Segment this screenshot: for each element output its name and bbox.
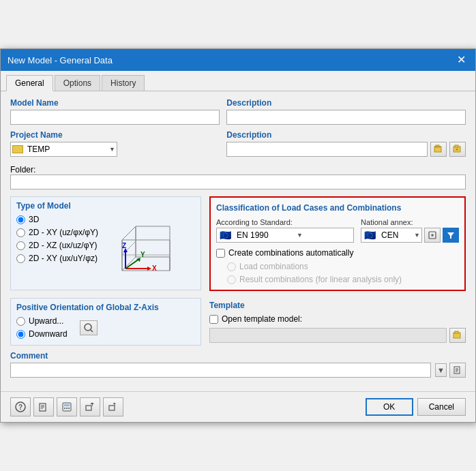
radio-2d-xy2[interactable]: 2D - XY (ux/uY/φz): [16, 254, 98, 263]
project-name-row: Project Name TEMP ▼ Description: [10, 130, 466, 159]
project-name-label: Project Name: [10, 130, 220, 140]
standard-label: According to Standard:: [216, 218, 354, 226]
footer: ? OK Cancel: [1, 391, 475, 422]
svg-rect-48: [64, 404, 70, 406]
load-combinations-label: Load combinations: [239, 262, 308, 271]
classification-section: Classification of Load Cases and Combina…: [209, 196, 466, 291]
radio-2d-xy[interactable]: 2D - XY (uz/φx/φY): [16, 228, 98, 237]
export-btn[interactable]: [80, 397, 100, 416]
result-combinations-label: Result combinations (for linear analysis…: [239, 275, 402, 284]
folder-label: Folder:: [10, 165, 35, 174]
type-of-model-label: Type of Model: [16, 201, 195, 211]
dialog-content: Model Name Description Project Name TEMP: [1, 91, 475, 391]
type-model-content: 3D 2D - XY (uz/φx/φY) 2D - XZ (ux/uz/φY): [16, 215, 195, 286]
bottom-section: Positive Orientation of Global Z-Axis Up…: [10, 298, 466, 346]
radio-2d-xy-label: 2D - XY (uz/φx/φY): [29, 228, 98, 237]
project-select-wrap: TEMP ▼: [10, 142, 117, 157]
annex-dropdown-arrow: ▼: [414, 232, 420, 239]
description-top-group: Description: [226, 98, 466, 125]
svg-line-15: [122, 226, 136, 240]
model-name-row: Model Name Description: [10, 98, 466, 125]
annex-flag-select: 🇪🇺 CEN ▼: [361, 228, 422, 243]
template-select-row: [209, 328, 466, 343]
type-radio-group: 3D 2D - XY (uz/φx/φY) 2D - XZ (ux/uz/φY): [16, 215, 98, 286]
comment-edit-btn[interactable]: [449, 363, 466, 378]
svg-rect-47: [63, 403, 71, 411]
ok-button[interactable]: OK: [366, 398, 413, 416]
radio-upward[interactable]: Upward...: [16, 316, 68, 326]
description-project-input[interactable]: [226, 142, 428, 157]
svg-point-51: [68, 408, 70, 409]
annex-filter-btn[interactable]: [443, 228, 459, 243]
standard-select[interactable]: EN 1990: [234, 228, 295, 243]
combinations-type-group: Load combinations Result combinations (f…: [227, 262, 459, 284]
description-top-label: Description: [226, 98, 466, 108]
model-name-input[interactable]: [10, 110, 220, 125]
model-preview: Z X Y: [105, 217, 187, 286]
description-top-input[interactable]: [226, 110, 466, 125]
project-select[interactable]: TEMP: [26, 142, 108, 157]
dialog-title: New Model - General Data: [8, 55, 113, 65]
radio-2d-xz-label: 2D - XZ (ux/uz/φY): [29, 241, 97, 250]
description-project-label: Description: [226, 130, 466, 140]
radio-2d-xy2-label: 2D - XY (ux/uY/φz): [29, 254, 98, 263]
close-button[interactable]: ✕: [454, 53, 468, 67]
svg-line-34: [90, 329, 93, 332]
annex-icon-btn-1[interactable]: [424, 228, 441, 243]
template-check-row: Open template model:: [209, 314, 466, 324]
tab-history[interactable]: History: [102, 75, 145, 91]
folder-path-input[interactable]: C:\Users\mfise\Documents\DlubalProjects\…: [10, 174, 466, 189]
create-combinations-checkbox[interactable]: [216, 249, 225, 258]
template-browse-btn[interactable]: [449, 328, 466, 343]
svg-text:Y: Y: [140, 251, 145, 258]
project-name-group: Project Name TEMP ▼: [10, 130, 220, 159]
two-col-section: Type of Model 3D 2D - XY (uz/φx/φY): [10, 196, 466, 291]
project-folder-row: TEMP ▼: [10, 142, 220, 157]
svg-text:Z: Z: [122, 242, 126, 249]
downward-label: Downward: [29, 329, 68, 339]
tab-options[interactable]: Options: [55, 75, 100, 91]
title-bar: New Model - General Data ✕: [1, 49, 475, 71]
comment-select[interactable]: [10, 363, 431, 378]
open-template-checkbox[interactable]: [209, 315, 218, 324]
calculator-btn[interactable]: [57, 397, 77, 416]
help-btn[interactable]: ?: [10, 397, 31, 416]
template-select[interactable]: [209, 328, 447, 343]
tab-general[interactable]: General: [6, 75, 53, 91]
radio-3d[interactable]: 3D: [16, 215, 98, 224]
cancel-button[interactable]: Cancel: [417, 398, 466, 416]
svg-text:?: ?: [18, 404, 23, 411]
orientation-search-btn[interactable]: [80, 320, 98, 335]
upward-label: Upward...: [29, 316, 63, 326]
svg-point-49: [64, 408, 65, 409]
svg-marker-32: [447, 232, 454, 239]
svg-text:X: X: [152, 264, 157, 272]
orientation-title: Positive Orientation of Global Z-Axis: [16, 303, 195, 312]
create-combinations-label: Create combinations automatically: [228, 248, 353, 258]
standard-dropdown-arrow: ▼: [297, 232, 303, 239]
result-combinations-radio[interactable]: Result combinations (for linear analysis…: [227, 275, 459, 284]
template-section: Template Open template model:: [209, 298, 466, 346]
annex-select[interactable]: CEN: [378, 228, 413, 243]
std-annex-row: According to Standard: 🇪🇺 EN 1990 ▼ Nati…: [216, 218, 459, 243]
annex-group: National annex: 🇪🇺 CEN ▼: [361, 218, 459, 243]
svg-marker-24: [147, 267, 151, 271]
radio-3d-label: 3D: [29, 215, 39, 224]
eu-flag-icon: 🇪🇺: [218, 231, 232, 240]
load-combinations-radio[interactable]: Load combinations: [227, 262, 459, 271]
footer-icons: ?: [10, 397, 123, 416]
import-btn[interactable]: [103, 397, 123, 416]
radio-downward[interactable]: Downward: [16, 329, 68, 339]
radio-2d-xz[interactable]: 2D - XZ (ux/uz/φY): [16, 241, 98, 250]
edit-btn[interactable]: [33, 397, 54, 416]
cen-flag-icon: 🇪🇺: [363, 231, 376, 240]
template-title: Template: [209, 301, 466, 310]
comment-label: Comment: [10, 351, 466, 361]
svg-rect-52: [86, 406, 91, 410]
comment-dropdown-arrow: ▼: [435, 363, 447, 377]
svg-rect-55: [109, 406, 115, 410]
browse-btn-1[interactable]: [430, 142, 447, 157]
orientation-radios: Upward... Downward: [16, 316, 68, 339]
browse-btn-2[interactable]: +: [449, 142, 466, 157]
dropdown-arrow-icon: ▼: [109, 146, 115, 153]
